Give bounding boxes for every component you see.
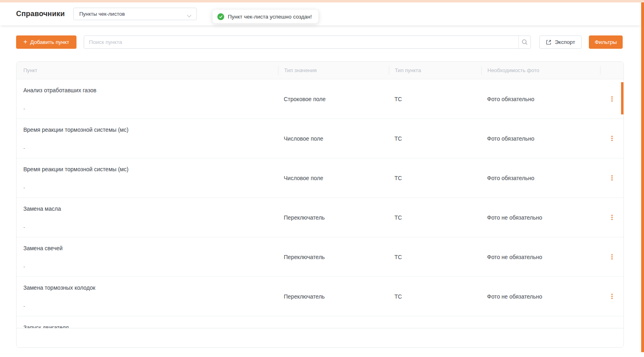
row-menu-button[interactable] xyxy=(609,291,615,301)
item-cell: Анализ отработавших газов - xyxy=(17,79,278,118)
row-menu-button[interactable] xyxy=(609,252,615,262)
item-cell: Замена свечей - xyxy=(17,237,278,276)
column-header-item: Пункт xyxy=(17,66,278,75)
table-footer xyxy=(17,328,623,347)
item-title: Время реакции тормозной системы (мс) xyxy=(23,127,271,133)
row-menu-button[interactable] xyxy=(609,94,615,104)
item-subtitle: - xyxy=(23,185,271,191)
add-item-button[interactable]: + Добавить пункт xyxy=(16,35,76,49)
value-type-cell: Переключатель xyxy=(278,237,389,276)
right-edge-strip xyxy=(641,2,644,352)
kebab-icon xyxy=(611,294,613,295)
photo-cell: Фото обязательно xyxy=(481,119,600,158)
search-input[interactable] xyxy=(84,36,518,48)
table-row: Замена тормозных колодок - Переключатель… xyxy=(17,277,623,316)
actions-cell xyxy=(600,237,623,276)
column-header-value-type: Тип значения xyxy=(278,66,389,75)
row-menu-button[interactable] xyxy=(609,212,615,222)
kebab-icon xyxy=(611,254,613,255)
success-toast: Пункт чек-листа успешно создан! xyxy=(213,10,318,23)
item-type-cell: ТС xyxy=(389,237,481,276)
table-scrollbar-thumb[interactable] xyxy=(621,82,623,114)
item-type-cell: ТС xyxy=(389,79,481,118)
value-type-cell: Переключатель xyxy=(278,277,389,316)
filters-label: Фильтры xyxy=(594,39,617,45)
item-cell: Время реакции тормозной системы (мс) - xyxy=(17,158,278,197)
photo-cell: Фото обязательно xyxy=(481,158,600,197)
table-card: Пункт Тип значения Тип пункта Необходимо… xyxy=(16,61,624,348)
page-title: Справочники xyxy=(16,10,65,18)
export-button[interactable]: Экспорт xyxy=(539,35,582,49)
export-icon xyxy=(546,39,551,45)
export-label: Экспорт xyxy=(555,39,575,45)
item-title: Замена тормозных колодок xyxy=(23,284,271,291)
column-header-actions xyxy=(600,66,623,75)
table-header: Пункт Тип значения Тип пункта Необходимо… xyxy=(17,62,623,79)
photo-cell: Фото не обязательно xyxy=(481,277,600,316)
item-subtitle: - xyxy=(23,145,271,151)
row-menu-button[interactable] xyxy=(609,133,615,143)
actions-cell xyxy=(600,158,623,197)
item-type-cell: ТС xyxy=(389,277,481,316)
directory-select-value: Пункты чек-листов xyxy=(79,11,125,17)
kebab-icon xyxy=(611,96,613,98)
search-field xyxy=(84,35,531,49)
item-title: Анализ отработавших газов xyxy=(23,87,271,93)
actions-cell xyxy=(600,79,623,118)
actions-cell xyxy=(600,277,623,316)
table-row: Время реакции тормозной системы (мс) - Ч… xyxy=(17,158,623,198)
photo-cell: Фото не обязательно xyxy=(481,198,600,237)
filters-button[interactable]: Фильтры xyxy=(589,35,623,49)
table-row: Анализ отработавших газов - Строковое по… xyxy=(17,79,623,119)
item-cell: Замена тормозных колодок - xyxy=(17,277,278,316)
actions-cell xyxy=(600,198,623,237)
column-header-item-type: Тип пункта xyxy=(389,66,481,75)
item-subtitle: - xyxy=(23,303,271,309)
add-item-label: Добавить пункт xyxy=(30,39,69,45)
chevron-down-icon xyxy=(187,12,192,19)
kebab-icon xyxy=(611,215,613,216)
item-subtitle: - xyxy=(23,224,271,230)
item-subtitle: - xyxy=(23,106,271,112)
row-menu-button[interactable] xyxy=(609,173,615,183)
item-subtitle: - xyxy=(23,264,271,270)
search-icon xyxy=(522,39,528,45)
directory-select[interactable]: Пункты чек-листов xyxy=(73,8,197,20)
value-type-cell: Числовое поле xyxy=(278,119,389,158)
item-title: Замена свечей xyxy=(23,245,271,251)
table-row-partial: Запуск двигателя xyxy=(17,316,623,328)
value-type-cell: Числовое поле xyxy=(278,158,389,197)
check-circle-icon xyxy=(217,13,224,20)
value-type-cell: Строковое поле xyxy=(278,79,389,118)
item-title: Замена масла xyxy=(23,205,271,212)
table-row: Время реакции тормозной системы (мс) - Ч… xyxy=(17,119,623,158)
item-title: Время реакции тормозной системы (мс) xyxy=(23,166,271,172)
page: Справочники Пункты чек-листов Пункт чек-… xyxy=(0,0,644,357)
item-cell: Время реакции тормозной системы (мс) - xyxy=(17,119,278,158)
value-type-cell: Переключатель xyxy=(278,198,389,237)
photo-cell: Фото не обязательно xyxy=(481,237,600,276)
plus-icon: + xyxy=(23,38,27,45)
kebab-icon xyxy=(611,136,613,137)
item-type-cell: ТС xyxy=(389,158,481,197)
search-button[interactable] xyxy=(518,36,530,48)
item-cell: Замена масла - xyxy=(17,198,278,237)
item-title: Запуск двигателя xyxy=(23,324,623,328)
item-type-cell: ТС xyxy=(389,198,481,237)
item-type-cell: ТС xyxy=(389,119,481,158)
photo-cell: Фото обязательно xyxy=(481,79,600,118)
toast-message: Пункт чек-листа успешно создан! xyxy=(228,14,312,20)
table-row: Замена свечей - Переключатель ТС Фото не… xyxy=(17,237,623,277)
column-header-photo: Необходимость фото xyxy=(481,66,600,75)
kebab-icon xyxy=(611,175,613,176)
app-header: Справочники Пункты чек-листов Пункт чек-… xyxy=(0,2,641,25)
actions-cell xyxy=(600,119,623,158)
table-row: Замена масла - Переключатель ТС Фото не … xyxy=(17,198,623,237)
